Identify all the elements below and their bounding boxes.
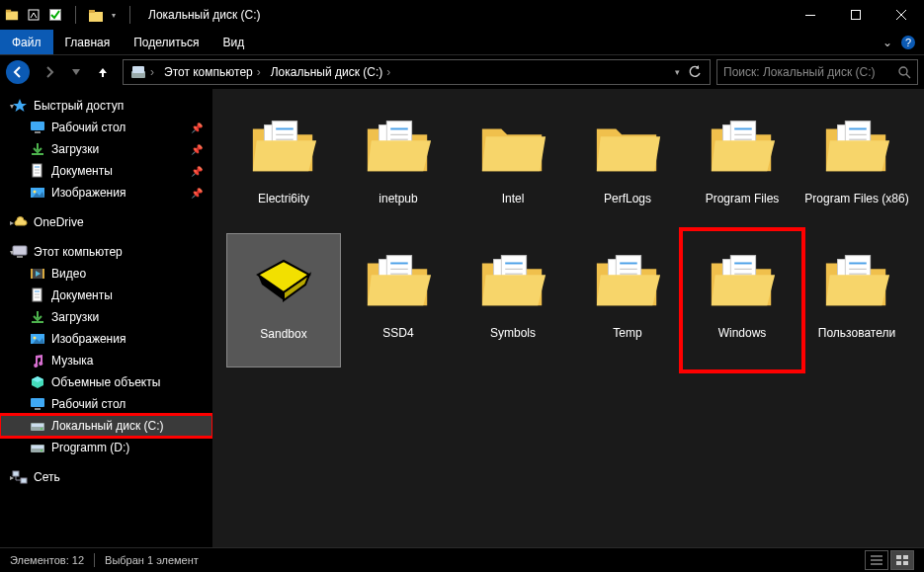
sidebar-item-quick-2[interactable]: Документы📌 <box>0 160 212 182</box>
tab-home[interactable]: Главная <box>53 30 123 54</box>
item-thumbnail <box>353 105 444 188</box>
status-bar: Элементов: 12 Выбран 1 элемент <box>0 547 924 572</box>
folder-icon <box>820 249 893 312</box>
folder-icon <box>362 115 435 178</box>
folder-view[interactable]: Electri6ityinetpubIntelPerfLogsProgram F… <box>212 89 924 547</box>
search-icon <box>898 66 911 79</box>
breadcrumb-root-icon[interactable]: › <box>127 65 157 79</box>
breadcrumb-label: Этот компьютер <box>164 65 253 79</box>
sidebar-item-pc-1[interactable]: Документы <box>0 285 212 306</box>
recent-locations-button[interactable] <box>69 58 83 86</box>
chevron-right-icon[interactable]: › <box>150 65 154 79</box>
status-divider <box>94 553 95 567</box>
svg-line-13 <box>906 74 910 78</box>
explorer-app-icon <box>4 7 20 23</box>
folder-item[interactable]: inetpub <box>341 99 456 233</box>
sidebar-item-label: Видео <box>51 267 86 281</box>
tab-share[interactable]: Поделиться <box>122 30 210 54</box>
qat-separator <box>75 6 76 24</box>
sidebar-item-quick-1[interactable]: Загрузки📌 <box>0 138 212 160</box>
item-thumbnail <box>582 239 673 322</box>
expand-icon[interactable]: ▸ <box>6 218 18 227</box>
breadcrumb-segment-disk[interactable]: Локальный диск (C:) › <box>268 65 394 79</box>
ribbon-collapse-icon[interactable]: ⌄ <box>882 36 892 49</box>
icons-view-button[interactable] <box>890 550 914 570</box>
qat-properties-icon[interactable] <box>26 7 42 23</box>
sidebar-item-quick-0[interactable]: Рабочий стол📌 <box>0 117 212 138</box>
expand-icon[interactable]: ▾ <box>6 102 18 111</box>
folder-item[interactable]: Program Files <box>685 99 799 233</box>
qat-checkbox-icon[interactable] <box>47 7 63 23</box>
disk-icon <box>30 418 45 434</box>
sidebar-item-pc-2[interactable]: Загрузки <box>0 306 212 328</box>
folder-icon <box>706 249 779 312</box>
sidebar-item-pc-7[interactable]: Локальный диск (C:) <box>0 415 212 437</box>
tab-view[interactable]: Вид <box>210 30 256 54</box>
sidebar-item-pc-6[interactable]: Рабочий стол <box>0 393 212 415</box>
sidebar-item-network[interactable]: ▸Сеть <box>0 466 212 488</box>
search-box[interactable]: Поиск: Локальный диск (C:) <box>716 59 918 85</box>
svg-rect-44 <box>21 478 27 483</box>
pin-icon: 📌 <box>191 188 203 199</box>
folder-item[interactable]: Program Files (x86) <box>799 99 914 233</box>
sidebar-item-pc-5[interactable]: Объемные объекты <box>0 371 212 393</box>
minimize-button[interactable] <box>788 0 833 30</box>
address-bar[interactable]: › Этот компьютер › Локальный диск (C:) ›… <box>123 59 711 85</box>
close-button[interactable] <box>879 0 924 30</box>
folder-item[interactable]: SSD4 <box>341 233 456 368</box>
disk-icon <box>30 440 45 455</box>
sidebar-item-quick-access[interactable]: ▾Быстрый доступ <box>0 95 212 117</box>
tab-file[interactable]: Файл <box>0 30 53 54</box>
folder-item[interactable]: Symbols <box>456 233 570 368</box>
svg-rect-35 <box>31 398 44 407</box>
folder-item[interactable]: Electri6ity <box>226 99 341 233</box>
window-controls <box>788 0 924 30</box>
sidebar-item-label: Загрузки <box>51 142 99 156</box>
svg-rect-51 <box>903 561 908 565</box>
sidebar-item-this-pc[interactable]: ▾Этот компьютер <box>0 241 212 263</box>
documents-icon <box>30 287 45 303</box>
item-thumbnail <box>238 240 329 323</box>
folder-item[interactable]: PerfLogs <box>570 99 685 233</box>
help-icon[interactable]: ? <box>900 35 916 50</box>
refresh-button[interactable] <box>684 65 706 79</box>
svg-rect-38 <box>32 424 43 427</box>
sidebar-item-pc-0[interactable]: Видео <box>0 263 212 285</box>
maximize-button[interactable] <box>833 0 879 30</box>
address-dropdown-icon[interactable]: ▾ <box>675 67 680 77</box>
folder-item[interactable]: Intel <box>456 99 570 233</box>
chevron-right-icon[interactable]: › <box>386 65 390 79</box>
sidebar-item-onedrive[interactable]: ▸OneDrive <box>0 211 212 233</box>
expand-icon[interactable]: ▾ <box>6 248 18 257</box>
svg-rect-48 <box>896 555 901 559</box>
sidebar-item-label: OneDrive <box>34 215 84 229</box>
sidebar-item-pc-8[interactable]: Programm (D:) <box>0 437 212 458</box>
quick-access-toolbar: ▾ Локальный диск (C:) <box>4 6 261 24</box>
folder-item[interactable]: Windows <box>685 233 799 368</box>
back-button[interactable] <box>6 60 30 84</box>
folder-item[interactable]: Пользователи <box>799 233 914 368</box>
downloads-icon <box>30 141 45 157</box>
up-button[interactable] <box>89 58 117 86</box>
desktop-icon <box>30 396 45 412</box>
sidebar-item-pc-3[interactable]: Изображения <box>0 328 212 350</box>
details-view-button[interactable] <box>865 550 888 570</box>
sidebar-item-label: Этот компьютер <box>34 245 123 259</box>
folder-item[interactable]: Sandbox <box>226 233 341 368</box>
forward-button[interactable] <box>36 58 63 86</box>
svg-rect-7 <box>852 11 861 20</box>
svg-point-42 <box>41 449 42 451</box>
folder-item[interactable]: Temp <box>570 233 685 368</box>
item-thumbnail <box>238 105 329 188</box>
item-thumbnail <box>582 105 673 188</box>
search-placeholder: Поиск: Локальный диск (C:) <box>723 65 898 79</box>
breadcrumb-segment-pc[interactable]: Этот компьютер › <box>161 65 264 79</box>
folder-icon <box>820 115 893 178</box>
expand-icon[interactable]: ▸ <box>6 473 18 482</box>
pictures-icon <box>30 185 45 201</box>
folder-icon <box>247 115 320 178</box>
chevron-right-icon[interactable]: › <box>257 65 261 79</box>
sidebar-item-quick-3[interactable]: Изображения📌 <box>0 182 212 204</box>
qat-dropdown-icon[interactable]: ▾ <box>110 7 118 23</box>
sidebar-item-pc-4[interactable]: Музыка <box>0 350 212 371</box>
